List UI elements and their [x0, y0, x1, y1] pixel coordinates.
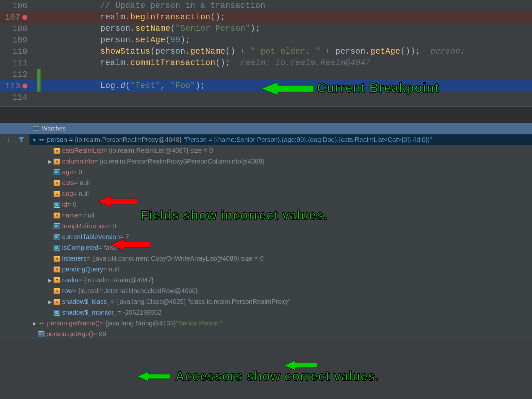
primitive-icon: 01: [54, 202, 60, 208]
field-value: = {java.util.concurrent.CopyOnWriteArray…: [86, 255, 263, 262]
code-content[interactable]: person.setAge(99);: [30, 34, 532, 46]
field-row[interactable]: ▶≡columnInfo = {io.realm.PersonRealmProx…: [29, 156, 532, 167]
field-row[interactable]: 01isCompleted = false: [29, 242, 532, 253]
watches-toolbar: ↓: [0, 134, 29, 340]
field-row[interactable]: ≡pendingQuery = null: [29, 264, 532, 275]
field-name: row: [62, 287, 73, 295]
code-content[interactable]: [30, 69, 532, 80]
field-name: columnInfo: [62, 158, 94, 165]
code-content[interactable]: // Update person in a transaction: [30, 0, 532, 11]
code-line[interactable]: 110showStatus(person.getName() + " got o…: [0, 46, 532, 57]
code-content[interactable]: showStatus(person.getName() + " got olde…: [30, 46, 532, 57]
field-value: = null: [78, 212, 94, 219]
primitive-icon: 01: [54, 234, 60, 240]
code-line[interactable]: 109person.setAge(99);: [0, 34, 532, 46]
line-number: 109: [12, 35, 27, 45]
primitive-icon: 01: [54, 310, 60, 316]
line-number: 114: [12, 93, 27, 102]
gutter[interactable]: 112: [0, 69, 30, 80]
gutter[interactable]: 106: [0, 0, 30, 11]
breakpoint-icon[interactable]: [22, 15, 27, 20]
primitive-icon: 01: [54, 223, 60, 229]
watches-tree[interactable]: ▼ 👓 person = {io.realm.PersonRealmProxy@…: [29, 134, 532, 340]
field-row[interactable]: ≡dog = null: [29, 188, 532, 199]
field-row[interactable]: ≡name = null: [29, 210, 532, 221]
line-number: 113: [5, 81, 20, 91]
expand-arrow-icon[interactable]: ▼: [31, 137, 37, 143]
watch-var-name: person: [47, 136, 67, 144]
field-value: = {io.realm.internal.UncheckedRow@4090}: [73, 287, 198, 295]
annotation-arrow-green-2: [284, 360, 317, 371]
code-content[interactable]: realm.beginTransaction();: [30, 11, 532, 23]
gutter[interactable]: 109: [0, 34, 30, 46]
gutter[interactable]: 111: [0, 57, 30, 69]
field-name: cats: [62, 179, 74, 187]
gutter[interactable]: 114: [0, 92, 30, 103]
watch-summary: "Person = [{name:Senior Person},{age:99}…: [184, 136, 432, 144]
gutter[interactable]: 108: [0, 23, 30, 34]
field-name: id: [62, 201, 67, 208]
expand-arrow-icon[interactable]: ▶: [47, 278, 53, 283]
field-row[interactable]: ≡listeners = {java.util.concurrent.CopyO…: [29, 253, 532, 264]
accessor-row[interactable]: 01person.getAge() = 99: [29, 329, 532, 339]
field-row[interactable]: ≡catsRealmList = {io.realm.RealmList@408…: [29, 145, 532, 156]
code-content[interactable]: [30, 92, 532, 103]
gutter[interactable]: 113: [0, 80, 30, 92]
code-content[interactable]: person.setName("Senior Person");: [30, 23, 532, 34]
panel-divider[interactable]: [0, 106, 532, 123]
field-row[interactable]: 01tempReference = 0: [29, 221, 532, 232]
breakpoint-icon[interactable]: [22, 83, 27, 89]
gutter[interactable]: 110: [0, 46, 30, 57]
object-icon: ≡: [54, 180, 60, 186]
field-name: listeners: [62, 255, 86, 262]
field-name: currentTableVersion: [62, 233, 120, 241]
code-line[interactable]: 111realm.commitTransaction(); realm: io.…: [0, 57, 532, 69]
object-icon: ≡: [54, 288, 60, 294]
object-icon: ≡: [54, 213, 60, 218]
accessor-string-value: "Senior Person": [176, 320, 222, 327]
object-icon: ≡: [54, 191, 60, 197]
code-line[interactable]: 113Log.d("Test", "Foo");: [0, 80, 532, 92]
field-row[interactable]: ▶≡shadow$_klass_ = {java.lang.Class@4025…: [29, 296, 532, 307]
code-line[interactable]: 107realm.beginTransaction();: [0, 11, 532, 23]
expand-arrow-icon[interactable]: ▶: [47, 299, 53, 304]
field-row[interactable]: 01shadow$_monitor_ = -2062198062: [29, 307, 532, 318]
field-row[interactable]: ≡cats = null: [29, 178, 532, 188]
line-number: 110: [12, 47, 27, 57]
line-number: 106: [12, 1, 27, 11]
field-name: tempReference: [62, 222, 107, 230]
execution-marker: [37, 69, 41, 92]
field-value: = false: [98, 244, 118, 252]
code-line[interactable]: 114: [0, 92, 532, 103]
field-name: shadow$_monitor_: [62, 309, 117, 316]
code-line[interactable]: 106// Update person in a transaction: [0, 0, 532, 11]
code-content[interactable]: realm.commitTransaction(); realm: io.rea…: [30, 57, 532, 69]
watch-root[interactable]: ▼ 👓 person = {io.realm.PersonRealmProxy@…: [29, 134, 532, 145]
filter-icon[interactable]: [17, 136, 25, 144]
code-line[interactable]: 108person.setName("Senior Person");: [0, 23, 532, 34]
annotation-correct: Accessors show correct values.: [175, 369, 379, 384]
accessor-row[interactable]: ▶👓person.getName() = {java.lang.String@4…: [29, 318, 532, 329]
object-icon: ≡: [54, 299, 60, 305]
primitive-icon: 01: [38, 331, 44, 337]
field-value: = -2062198062: [117, 309, 161, 316]
field-row[interactable]: ≡row = {io.realm.internal.UncheckedRow@4…: [29, 286, 532, 296]
watch-icon: 👓: [38, 137, 45, 143]
arrow-down-icon[interactable]: ↓: [4, 136, 12, 144]
expand-arrow-icon[interactable]: ▶: [31, 321, 37, 326]
field-value: = null: [73, 190, 89, 198]
field-row[interactable]: 01age = 0: [29, 167, 532, 178]
expand-arrow-icon[interactable]: ▶: [47, 159, 53, 164]
field-value: = 7: [120, 233, 129, 241]
field-row[interactable]: ▶≡realm = {io.realm.Realm@4047}: [29, 275, 532, 286]
code-content[interactable]: Log.d("Test", "Foo");: [30, 80, 532, 92]
object-icon: ≡: [54, 267, 60, 272]
object-icon: ≡: [54, 148, 60, 154]
code-editor[interactable]: 106// Update person in a transaction107r…: [0, 0, 532, 103]
gutter[interactable]: 107: [0, 11, 30, 23]
field-row[interactable]: 01id = 0: [29, 199, 532, 210]
code-line[interactable]: 112: [0, 69, 532, 80]
watches-header[interactable]: Watches: [0, 123, 532, 134]
field-row[interactable]: 01currentTableVersion = 7: [29, 232, 532, 242]
annotation-arrow-green-3: [137, 371, 170, 382]
